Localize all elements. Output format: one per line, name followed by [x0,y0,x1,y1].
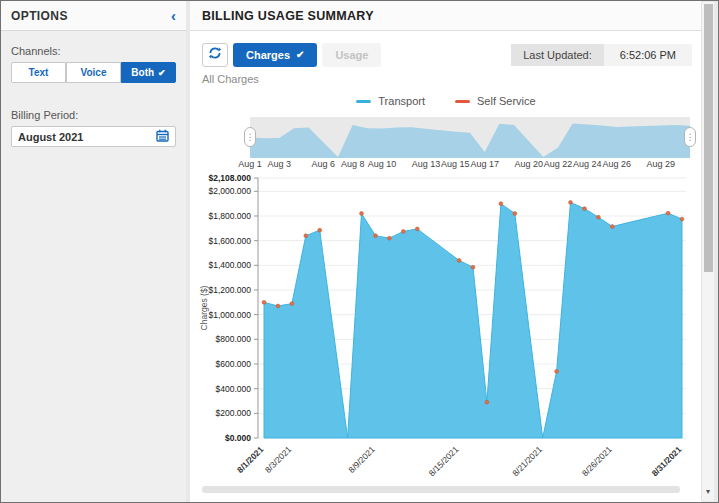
navigator-tick-label: Aug 10 [368,159,397,169]
channel-voice-button[interactable]: Voice [66,62,121,83]
y-tick-label: $0.000 [225,433,251,443]
last-updated-label: Last Updated: [511,44,604,66]
x-tick-label: 8/26/2021 [580,444,614,477]
y-tick-label: $200.000 [216,408,252,418]
self-service-point-marker [262,300,266,304]
channel-both-button[interactable]: Both ✔ [121,62,176,83]
navigator-tick-label: Aug 3 [268,159,292,169]
check-icon: ✔ [296,49,304,60]
navigator-tick-label: Aug 20 [514,159,543,169]
self-service-point-marker [610,225,614,229]
chart-subtitle: All Charges [202,73,259,85]
self-service-line-icon [455,100,470,103]
options-sidebar: OPTIONS ‹ Channels: Text Voice Both ✔ Bi… [1,1,186,502]
options-title: OPTIONS [11,9,171,23]
x-tick-label: 8/9/2021 [346,444,377,475]
navigator-tick-label: Aug 29 [646,159,675,169]
transport-series-area [264,202,682,438]
navigator-right-handle-icon[interactable]: ⋮ [684,127,696,147]
chevron-left-icon[interactable]: ‹ [171,8,176,23]
self-service-point-marker [569,201,573,205]
x-tick-label: 8/3/2021 [263,444,294,475]
toolbar: Charges ✔ Usage Last Updated: 6:52:06 PM [202,42,692,67]
refresh-icon [208,46,222,64]
billing-period-input[interactable]: August 2021 [11,126,176,147]
self-service-point-marker [471,265,475,269]
x-tick-label: 8/1/2021 [235,444,266,475]
y-tick-label: $2,108.000 [208,173,251,183]
navigator-tick-label: Aug 1 [238,159,262,169]
billing-usage-window: OPTIONS ‹ Channels: Text Voice Both ✔ Bi… [0,0,719,503]
self-service-point-marker [485,400,489,404]
check-icon: ✔ [158,68,166,78]
navigator-tick-label: Aug 8 [341,159,365,169]
calendar-icon[interactable] [156,128,169,146]
tab-charges-label: Charges [246,49,290,61]
tab-usage-label: Usage [335,49,368,61]
self-service-point-marker [513,212,517,216]
navigator-series-area [250,124,690,159]
y-axis-title: Charges ($) [199,285,209,330]
legend-self-service-label: Self Service [477,95,536,107]
legend-item-transport[interactable]: Transport [356,95,425,107]
self-service-point-marker [415,227,419,231]
navigator-tick-label: Aug 6 [312,159,336,169]
scrollbar-thumb[interactable] [704,4,713,272]
refresh-button[interactable] [202,43,228,67]
navigator-tick-label: Aug 26 [602,159,631,169]
x-tick-label: 8/31/2021 [650,444,684,477]
x-tick-label: 8/15/2021 [427,444,461,477]
billing-period-label: Billing Period: [11,109,176,121]
self-service-point-marker [457,259,461,263]
self-service-point-marker [666,211,670,215]
options-content: Channels: Text Voice Both ✔ Billing Peri… [1,31,186,157]
self-service-point-marker [276,304,280,308]
self-service-point-marker [318,228,322,232]
self-service-point-marker [680,217,684,221]
y-tick-label: $1,600.000 [208,236,251,246]
self-service-point-marker [360,212,364,216]
legend-item-self-service[interactable]: Self Service [455,95,536,107]
page-vertical-scrollbar[interactable]: ▾ [701,2,714,501]
chart-horizontal-scrollbar[interactable] [202,486,680,493]
navigator-tick-label: Aug 13 [412,159,441,169]
charges-chart[interactable]: $0.000$200.000$400.000$600.000$800.000$1… [194,171,700,477]
billing-summary-panel: BILLING USAGE SUMMARY Charges ✔ Usage [190,1,703,502]
y-tick-label: $1,800.000 [208,211,251,221]
legend-transport-label: Transport [378,95,425,107]
tab-usage[interactable]: Usage [322,43,381,67]
options-header: OPTIONS ‹ [1,1,186,31]
y-tick-label: $400.000 [216,384,252,394]
navigator-left-handle-icon[interactable]: ⋮ [244,127,256,147]
self-service-point-marker [499,202,503,206]
channel-text-label: Text [29,67,49,78]
navigator-tick-label: Aug 24 [573,159,602,169]
charges-area-chart[interactable]: $0.000$200.000$400.000$600.000$800.000$1… [194,171,700,477]
transport-line-icon [356,100,371,103]
last-updated-value: 6:52:06 PM [604,44,692,66]
billing-period-value: August 2021 [18,131,156,143]
y-tick-label: $1,200.000 [208,285,251,295]
self-service-point-marker [555,370,559,374]
scroll-down-arrow-icon[interactable]: ▾ [702,487,714,496]
navigator-area-chart [250,117,690,158]
y-tick-label: $2,000.000 [208,186,251,196]
channels-label: Channels: [11,45,176,57]
self-service-point-marker [290,302,294,306]
y-tick-label: $1,400.000 [208,260,251,270]
self-service-point-marker [583,207,587,211]
page-title: BILLING USAGE SUMMARY [202,9,374,23]
self-service-point-marker [374,234,378,238]
channel-text-button[interactable]: Text [11,62,66,83]
y-tick-label: $1,000.000 [208,310,251,320]
chart-range-navigator[interactable]: ⋮ ⋮ [250,117,690,158]
navigator-tick-label: Aug 17 [470,159,499,169]
channel-button-group: Text Voice Both ✔ [11,62,176,83]
navigator-axis-labels: Aug 1Aug 3Aug 6Aug 8Aug 10Aug 13Aug 15Au… [250,159,690,171]
self-service-point-marker [304,234,308,238]
chart-legend: Transport Self Service [190,95,702,107]
tab-charges[interactable]: Charges ✔ [233,43,317,67]
self-service-point-marker [388,236,392,240]
y-tick-label: $600.000 [216,359,252,369]
x-tick-label: 8/21/2021 [510,444,544,477]
